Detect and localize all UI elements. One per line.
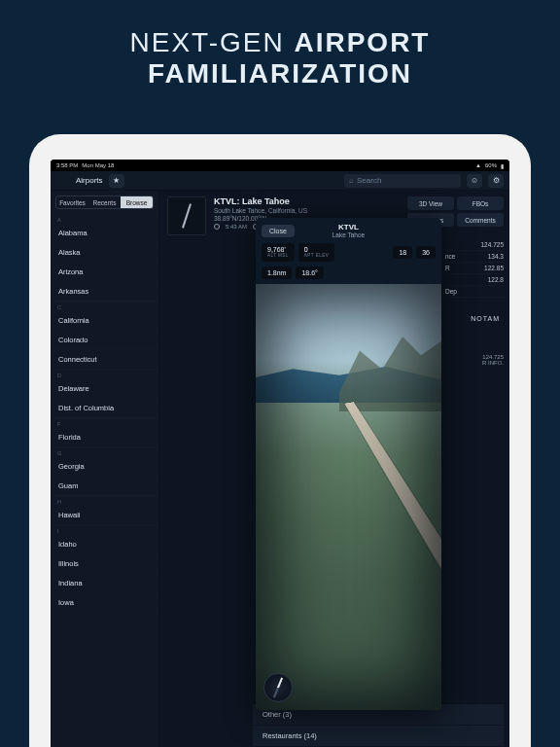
alt-msl-label: ALT MSL — [267, 254, 289, 259]
list-item[interactable]: Delaware — [51, 379, 158, 399]
status-date: Mon May 18 — [82, 162, 114, 168]
sunrise-icon — [214, 224, 220, 230]
list-item[interactable]: Alabama — [51, 224, 158, 243]
compass-needle-icon — [273, 677, 283, 697]
dims-row: 1.8nm 18.6° — [256, 267, 441, 284]
right-info: 124.725 R INFO. — [482, 354, 504, 366]
search-input[interactable]: ⌕ Search — [344, 174, 461, 188]
3d-view-modal: Close KTVL Lake Tahoe 9,768' ALT MSL — [256, 218, 441, 710]
hero-text-bold: AIRPORT — [294, 27, 430, 57]
runway-18-button[interactable]: 18 — [393, 246, 412, 259]
hero-text-bold-2: FAMILIARIZATION — [148, 58, 412, 89]
frequency-list: 124.725nce134.3R122.85122.8Dep — [445, 239, 504, 298]
list-item[interactable]: Florida — [51, 428, 158, 447]
list-item[interactable]: Hawaii — [51, 506, 158, 525]
freq-row: nce134.3 — [445, 251, 504, 263]
apt-elev-readout: 0 APT ELEV — [298, 243, 334, 262]
compass-widget[interactable] — [263, 673, 293, 702]
airport-city: South Lake Tahoe, California, US — [214, 207, 307, 214]
list-item[interactable]: Guam — [51, 477, 158, 496]
list-item[interactable]: Colorado — [51, 331, 158, 350]
apt-elev-value: 0 — [304, 246, 308, 253]
freq-label: R — [445, 265, 450, 271]
list-item[interactable]: Idaho — [51, 535, 158, 554]
list-item[interactable]: Dist. of Columbia — [51, 399, 158, 418]
detail-pane: KTVL: Lake Tahoe South Lake Tahoe, Calif… — [159, 191, 509, 747]
freq-row: R122.85 — [445, 263, 504, 274]
hero-headline: NEXT-GEN AIRPORT FAMILIARIZATION — [0, 0, 560, 89]
app-body: Favorites Recents Browse AAlabamaAlaskaA… — [51, 191, 509, 747]
section-header: F — [51, 418, 158, 428]
sunrise-time: 5:43 AM — [226, 224, 247, 230]
tab-recents[interactable]: Recents — [88, 196, 121, 208]
tab-fbos[interactable]: FBOs — [457, 196, 504, 210]
section-header: D — [51, 370, 158, 379]
modal-header: Close KTVL Lake Tahoe — [256, 218, 441, 243]
bearing-readout: 18.6° — [296, 267, 323, 279]
notam-label[interactable]: NOTAM — [471, 315, 500, 322]
page-title: Airports — [76, 176, 103, 185]
battery-icon: ▮ — [501, 162, 504, 169]
freq-value: 124.725 — [481, 241, 505, 248]
list-item[interactable]: Indiana — [51, 574, 158, 593]
section-header: A — [51, 214, 158, 224]
hero-text: NEXT-GEN — [130, 27, 295, 57]
section-header: C — [51, 302, 158, 311]
list-item[interactable]: Connecticut — [51, 350, 158, 370]
state-list[interactable]: AAlabamaAlaskaArizonaArkansasCCalifornia… — [51, 214, 158, 747]
modal-title: KTVL Lake Tahoe — [295, 223, 402, 238]
tab-favorites[interactable]: Favorites — [56, 196, 88, 208]
list-item[interactable]: Iowa — [51, 593, 158, 613]
3d-terrain-view[interactable] — [256, 284, 441, 710]
tab-comments[interactable]: Comments — [457, 213, 504, 227]
favorite-star-button[interactable]: ★ — [109, 174, 124, 188]
apt-elev-label: APT ELEV — [304, 254, 329, 259]
person-icon: ☺ — [471, 176, 478, 185]
section-header: I — [51, 525, 158, 535]
freq-row: Dep — [445, 286, 504, 298]
airport-diagram-thumb[interactable] — [167, 196, 206, 235]
search-placeholder: Search — [357, 176, 381, 185]
ipad-status-bar: 3:58 PM Mon May 18 ▲ 60% ▮ — [51, 160, 509, 171]
status-time: 3:58 PM — [56, 162, 78, 168]
segmented-control: Favorites Recents Browse — [55, 196, 154, 209]
freq-value: 122.8 — [488, 276, 504, 283]
modal-airport-code: KTVL — [295, 223, 402, 231]
terrain-vignette — [256, 284, 441, 710]
app-screen: 3:58 PM Mon May 18 ▲ 60% ▮ Airports ★ ⌕ … — [51, 160, 509, 747]
section-header: H — [51, 496, 158, 506]
airport-name: KTVL: Lake Tahoe — [214, 196, 307, 206]
freq-row: 124.725 — [445, 239, 504, 251]
tab-browse[interactable]: Browse — [121, 196, 153, 208]
app-top-bar: Airports ★ ⌕ Search ☺ ⚙ — [51, 171, 509, 191]
gear-icon: ⚙ — [493, 176, 500, 185]
alt-msl-value: 9,768' — [267, 246, 286, 253]
profile-button[interactable]: ☺ — [467, 174, 482, 188]
runway-36-button[interactable]: 36 — [416, 246, 436, 259]
list-item[interactable]: Arkansas — [51, 282, 158, 302]
freq-row: 122.8 — [445, 274, 504, 286]
tab-3d-view[interactable]: 3D View — [407, 196, 454, 210]
distance-readout: 1.8nm — [262, 267, 292, 279]
search-icon: ⌕ — [349, 176, 354, 185]
star-icon: ★ — [113, 176, 120, 185]
right-info-label: R INFO. — [482, 360, 504, 366]
list-item[interactable]: Arizona — [51, 263, 158, 282]
freq-label: nce — [445, 253, 455, 260]
freq-value: 122.85 — [484, 265, 504, 271]
freq-value: 134.3 — [488, 253, 504, 260]
wifi-icon: ▲ — [475, 162, 481, 168]
settings-button[interactable]: ⚙ — [488, 174, 504, 188]
list-item[interactable]: Alaska — [51, 243, 158, 263]
battery-pct: 60% — [485, 162, 497, 168]
modal-airport-name: Lake Tahoe — [295, 231, 402, 238]
cat-restaurants[interactable]: Restaurants (14) — [253, 726, 504, 747]
close-button[interactable]: Close — [262, 225, 295, 237]
metrics-row: 9,768' ALT MSL 0 APT ELEV 18 36 — [256, 243, 441, 267]
list-item[interactable]: Illinois — [51, 554, 158, 574]
alt-msl-readout: 9,768' ALT MSL — [262, 243, 295, 262]
list-item[interactable]: Georgia — [51, 457, 158, 477]
list-item[interactable]: California — [51, 311, 158, 331]
sidebar: Favorites Recents Browse AAlabamaAlaskaA… — [51, 191, 159, 747]
freq-label: Dep — [445, 288, 457, 295]
